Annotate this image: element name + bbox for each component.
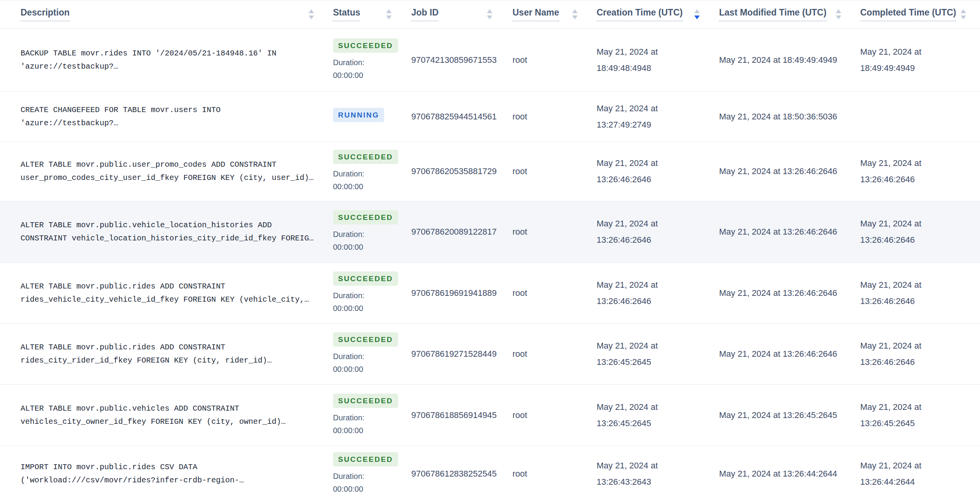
status-stack: SUCCEEDED Duration: 00:00:00	[333, 332, 407, 376]
duration-value: 00:00:00	[333, 69, 363, 82]
job-description-link[interactable]: ALTER TABLE movr.public.vehicle_location…	[21, 219, 314, 245]
status-badge: SUCCEEDED	[333, 452, 398, 466]
completed-time-cell: May 21, 2024 at 13:26:44:2644	[857, 458, 980, 490]
last-modified-time-cell: May 21, 2024 at 13:26:46:2646	[715, 288, 857, 298]
status-stack: SUCCEEDED Duration: 00:00:00	[333, 150, 407, 193]
table-row: ALTER TABLE movr.public.rides ADD CONSTR…	[0, 324, 980, 385]
job-id-cell: 970742130859671553	[407, 55, 508, 65]
status-badge: SUCCEEDED	[333, 38, 398, 53]
job-id-cell: 970678619691941889	[407, 288, 508, 298]
column-header-description[interactable]: Description	[0, 7, 330, 21]
jobs-table-body: BACKUP TABLE movr.rides INTO '/2024/05/2…	[0, 29, 980, 501]
job-description-link[interactable]: BACKUP TABLE movr.rides INTO '/2024/05/2…	[21, 47, 276, 73]
creation-time-cell: May 21, 2024 at 18:49:48:4948	[593, 44, 715, 76]
sort-arrows-icon	[572, 9, 578, 19]
last-modified-time-cell: May 21, 2024 at 13:26:46:2646	[715, 166, 857, 176]
duration-label: Duration:	[333, 56, 364, 69]
description-cell: CREATE CHANGEFEED FOR TABLE movr.users I…	[0, 104, 330, 130]
jobs-table-header: Description Status Job ID User Name Crea…	[0, 0, 980, 29]
status-stack: RUNNING	[333, 108, 407, 126]
creation-time-cell: May 21, 2024 at 13:27:49:2749	[593, 100, 715, 133]
job-id-cell: 970678620535881729	[407, 166, 508, 176]
column-header-completed-time[interactable]: Completed Time (UTC)	[857, 7, 980, 21]
job-id-cell: 970678825944514561	[407, 112, 508, 122]
completed-time-cell: May 21, 2024 at 18:49:49:4949	[857, 44, 980, 76]
sort-asc-icon	[961, 9, 966, 13]
status-stack: SUCCEEDED Duration: 00:00:00	[333, 210, 407, 254]
job-description-link[interactable]: ALTER TABLE movr.public.vehicles ADD CON…	[21, 402, 286, 428]
status-stack: SUCCEEDED Duration: 00:00:00	[333, 452, 407, 496]
status-badge: SUCCEEDED	[333, 210, 398, 225]
table-row: ALTER TABLE movr.public.rides ADD CONSTR…	[0, 263, 980, 324]
sort-asc-icon	[694, 9, 700, 13]
column-label: User Name	[512, 7, 559, 21]
duration-value: 00:00:00	[333, 424, 363, 437]
status-cell: RUNNING	[330, 108, 407, 126]
sort-arrows-icon	[694, 9, 700, 19]
column-label: Status	[333, 7, 360, 21]
description-cell: ALTER TABLE movr.public.rides ADD CONSTR…	[0, 341, 330, 367]
sort-asc-icon	[487, 9, 492, 13]
sort-desc-icon	[836, 16, 841, 19]
job-id-cell: 970678612838252545	[407, 469, 508, 479]
user-name-cell: root	[508, 288, 593, 298]
sort-desc-icon	[487, 16, 492, 19]
duration-label: Duration:	[333, 289, 364, 302]
duration-value: 00:00:00	[333, 241, 363, 254]
user-name-cell: root	[508, 349, 593, 359]
user-name-cell: root	[508, 55, 593, 65]
sort-arrows-icon	[386, 9, 392, 19]
sort-arrows-icon	[836, 9, 841, 19]
job-description-link[interactable]: ALTER TABLE movr.public.rides ADD CONSTR…	[21, 280, 309, 306]
duration-label: Duration:	[333, 168, 364, 180]
creation-time-cell: May 21, 2024 at 13:26:45:2645	[593, 338, 715, 370]
duration-label: Duration:	[333, 411, 364, 424]
column-label: Completed Time (UTC)	[860, 7, 956, 21]
creation-time-cell: May 21, 2024 at 13:26:43:2643	[593, 458, 715, 490]
duration-value: 00:00:00	[333, 302, 363, 315]
job-description-link[interactable]: ALTER TABLE movr.public.rides ADD CONSTR…	[21, 341, 272, 367]
column-header-job-id[interactable]: Job ID	[407, 7, 508, 21]
completed-time-cell: May 21, 2024 at 13:26:46:2646	[857, 338, 980, 370]
duration-value: 00:00:00	[333, 180, 363, 193]
column-header-creation-time[interactable]: Creation Time (UTC)	[593, 7, 715, 21]
last-modified-time-cell: May 21, 2024 at 18:49:49:4949	[715, 55, 857, 65]
job-id-cell: 970678618856914945	[407, 410, 508, 420]
sort-asc-icon	[386, 9, 392, 13]
table-row: ALTER TABLE movr.public.user_promo_codes…	[0, 142, 980, 201]
last-modified-time-cell: May 21, 2024 at 13:26:46:2646	[715, 227, 857, 237]
last-modified-time-cell: May 21, 2024 at 18:50:36:5036	[715, 112, 857, 122]
user-name-cell: root	[508, 410, 593, 420]
creation-time-cell: May 21, 2024 at 13:26:46:2646	[593, 277, 715, 309]
status-cell: SUCCEEDED Duration: 00:00:00	[330, 150, 407, 193]
sort-asc-icon	[572, 9, 578, 13]
job-description-link[interactable]: IMPORT INTO movr.public.rides CSV DATA (…	[21, 461, 244, 487]
status-badge: SUCCEEDED	[333, 271, 398, 286]
job-description-link[interactable]: ALTER TABLE movr.public.user_promo_codes…	[21, 158, 314, 185]
creation-time-cell: May 21, 2024 at 13:26:46:2646	[593, 155, 715, 188]
duration-label: Duration:	[333, 228, 364, 241]
status-badge: SUCCEEDED	[333, 150, 398, 164]
sort-desc-icon	[572, 16, 578, 19]
job-description-link[interactable]: CREATE CHANGEFEED FOR TABLE movr.users I…	[21, 104, 221, 130]
description-cell: ALTER TABLE movr.public.user_promo_codes…	[0, 158, 330, 185]
column-header-status[interactable]: Status	[330, 7, 407, 21]
description-cell: ALTER TABLE movr.public.vehicles ADD CON…	[0, 402, 330, 428]
creation-time-cell: May 21, 2024 at 13:26:45:2645	[593, 399, 715, 432]
column-label: Description	[21, 7, 70, 21]
sort-asc-icon	[836, 9, 841, 13]
status-cell: SUCCEEDED Duration: 00:00:00	[330, 394, 407, 437]
status-cell: SUCCEEDED Duration: 00:00:00	[330, 210, 407, 254]
column-label: Job ID	[411, 7, 438, 21]
sort-desc-icon	[386, 16, 392, 19]
job-id-cell: 970678620089122817	[407, 227, 508, 237]
description-cell: ALTER TABLE movr.public.vehicle_location…	[0, 219, 330, 245]
last-modified-time-cell: May 21, 2024 at 13:26:45:2645	[715, 410, 857, 420]
column-label: Creation Time (UTC)	[597, 7, 683, 21]
status-cell: SUCCEEDED Duration: 00:00:00	[330, 332, 407, 376]
column-header-last-modified-time[interactable]: Last Modified Time (UTC)	[715, 7, 857, 21]
status-stack: SUCCEEDED Duration: 00:00:00	[333, 38, 407, 82]
completed-time-cell: May 21, 2024 at 13:26:46:2646	[857, 216, 980, 248]
column-header-user-name[interactable]: User Name	[508, 7, 593, 21]
completed-time-cell: May 21, 2024 at 13:26:46:2646	[857, 155, 980, 188]
